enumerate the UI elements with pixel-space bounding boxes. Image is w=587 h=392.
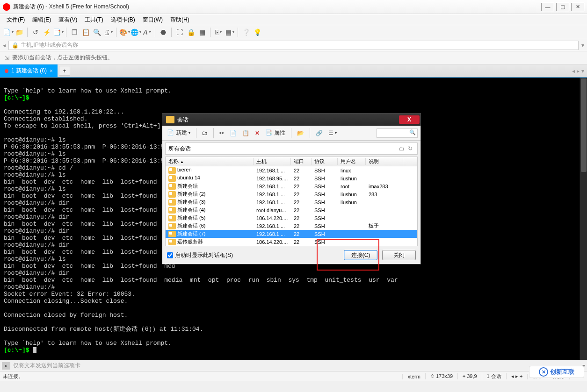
help-icon[interactable]: ❔: [241, 27, 251, 37]
session-props-icon[interactable]: 📑: [53, 27, 63, 37]
fullscreen-icon[interactable]: ⛶: [174, 27, 185, 37]
session-row[interactable]: 新建会话 (7)192.168.1....22SSH: [166, 230, 417, 238]
print-icon[interactable]: 🖨: [103, 27, 113, 37]
disconnect-icon[interactable]: ⚡: [42, 27, 52, 37]
dialog-titlebar[interactable]: 会话 X: [162, 114, 420, 126]
show-on-start-checkbox[interactable]: 启动时显示此对话框(S): [167, 251, 233, 259]
list-header[interactable]: 名称 ▲ 主机 端口 协议 用户名 说明: [166, 157, 417, 166]
session-row[interactable]: 新建会话 (5)106.14.220....22SSH: [166, 214, 417, 222]
menu-view[interactable]: 查看(V): [55, 14, 81, 25]
status-nav2-icon[interactable]: ▸: [515, 373, 518, 379]
tips-icon[interactable]: 💡: [252, 27, 262, 37]
col-name[interactable]: 名称 ▲: [166, 158, 254, 165]
transparent-icon[interactable]: ▦: [197, 27, 207, 37]
session-icon: [168, 223, 176, 229]
dialog-close-button[interactable]: X: [399, 115, 420, 124]
session-row[interactable]: bieren192.168.1....22SSHlinux: [166, 166, 417, 174]
session-row[interactable]: 新建会话 (3)192.168.1....22SSHliushun: [166, 198, 417, 206]
lock-icon[interactable]: 🔒: [186, 27, 196, 37]
tab-menu-icon[interactable]: ▾: [581, 68, 584, 74]
props-icon: 📑: [265, 129, 273, 137]
address-input[interactable]: 🔒 主机,IP地址或会话名称: [8, 41, 579, 50]
cut-icon[interactable]: ✂: [217, 129, 226, 137]
show-on-start-input[interactable]: [167, 252, 173, 258]
new-session-icon[interactable]: 📄: [3, 27, 13, 37]
folder-tree-icon[interactable]: 🗂: [200, 129, 210, 137]
status-nav3-icon[interactable]: +: [520, 373, 522, 379]
menu-edit[interactable]: 编辑(E): [29, 14, 55, 25]
open-icon[interactable]: 📁: [14, 27, 24, 37]
session-icon: [168, 183, 176, 190]
tab-left-icon[interactable]: ◂: [572, 68, 575, 74]
delete-icon[interactable]: ✕: [253, 129, 261, 137]
font-icon[interactable]: A: [142, 27, 152, 37]
session-row[interactable]: 新建会话 (4)root dianyu...22SSH: [166, 206, 417, 214]
session-icon: [168, 175, 176, 182]
session-row[interactable]: ubuntu 14192.168.95....22SSHliushun: [166, 174, 417, 182]
properties-button[interactable]: 📑属性: [263, 128, 287, 138]
transfer-icon[interactable]: ⎘: [213, 27, 224, 37]
session-icon: [168, 231, 176, 237]
sessions-dialog: 会话 X 📄新建▾ 🗂 ✂ 📄 📋 ✕ 📑属性 📂 🔗 ☰▾ 所有会话 🗀 ↻ …: [162, 113, 421, 264]
status-connection: 未连接。: [3, 373, 23, 380]
app-icon: [3, 3, 10, 11]
refresh-icon[interactable]: ↻: [406, 145, 414, 152]
shortcut-icon[interactable]: 🔗: [314, 129, 325, 137]
terminal-scrollbar[interactable]: [580, 78, 587, 360]
browse-icon[interactable]: 🗀: [398, 145, 406, 152]
view-mode-icon[interactable]: ☰▾: [326, 129, 339, 137]
menu-help[interactable]: 帮助(H): [167, 14, 193, 25]
addr-dropdown-icon[interactable]: ▾: [581, 42, 584, 49]
close-button[interactable]: ✕: [571, 3, 584, 11]
script-icon[interactable]: ⬣: [158, 27, 168, 37]
copy-icon[interactable]: 📄: [228, 129, 239, 137]
connect-button[interactable]: 连接(C): [344, 250, 377, 260]
close-button[interactable]: 关闭: [382, 250, 416, 260]
paste-icon[interactable]: 📋: [80, 27, 91, 37]
col-proto[interactable]: 协议: [312, 158, 338, 165]
maximize-button[interactable]: ▢: [556, 3, 569, 11]
status-sessions: 1 会话: [482, 373, 506, 380]
session-row[interactable]: 远传服务器106.14.220....22SSH: [166, 238, 417, 246]
status-bar: 未连接。 xterm ⇳ 173x39 ⌖ 39,9 1 会话 ◂ ▸ + CA…: [0, 371, 587, 381]
new-button[interactable]: 📄新建▾: [165, 128, 192, 138]
copy-icon[interactable]: ❐: [69, 27, 80, 37]
menu-tools[interactable]: 工具(T): [81, 14, 107, 25]
col-desc[interactable]: 说明: [366, 158, 403, 165]
color-scheme-icon[interactable]: 🎨: [119, 27, 130, 37]
menu-window[interactable]: 窗口(W): [139, 14, 167, 25]
open-folder-icon[interactable]: 📂: [295, 129, 306, 137]
dialog-title: 会话: [177, 116, 399, 124]
minimize-button[interactable]: —: [541, 3, 554, 11]
paste-icon[interactable]: 📋: [240, 129, 251, 137]
tab-right-icon[interactable]: ▸: [577, 68, 580, 74]
watermark-logo: ✕ 创新互联: [529, 366, 584, 378]
cmd-target-icon[interactable]: ▸: [2, 362, 10, 370]
command-bar[interactable]: ▸ 仅将文本发送到当前选项卡 ▾: [0, 360, 587, 371]
col-host[interactable]: 主机: [254, 158, 291, 165]
layout-icon[interactable]: ▤: [225, 27, 235, 37]
reconnect-icon[interactable]: ↺: [30, 27, 41, 37]
menu-tabs[interactable]: 选项卡(B): [107, 14, 139, 25]
find-icon[interactable]: 🔍: [92, 27, 102, 37]
addr-arrow-icon[interactable]: ◂: [3, 42, 6, 49]
col-user[interactable]: 用户名: [338, 158, 366, 165]
menu-file[interactable]: 文件(F): [3, 14, 29, 25]
session-row[interactable]: 新建会话 (2)192.168.1....22SSHliushun283: [166, 190, 417, 198]
hint-text: 要添加当前会话，点击左侧的箭头按钮。: [12, 54, 113, 62]
address-placeholder: 主机,IP地址或会话名称: [21, 41, 78, 49]
col-port[interactable]: 端口: [291, 158, 312, 165]
tab-close-icon[interactable]: ×: [50, 68, 53, 74]
tab-session-6[interactable]: 1 新建会话 (6) ×: [0, 64, 58, 77]
status-nav1-icon[interactable]: ◂: [511, 373, 514, 379]
add-tab-button[interactable]: +: [59, 66, 70, 76]
session-row[interactable]: 新建会话 (6)192.168.1....22SSH板子: [166, 222, 417, 230]
tab-status-icon: [5, 69, 8, 73]
address-bar: ◂ 🔒 主机,IP地址或会话名称 ▾: [0, 39, 587, 51]
dialog-toolbar: 📄新建▾ 🗂 ✂ 📄 📋 ✕ 📑属性 📂 🔗 ☰▾: [162, 126, 420, 141]
dialog-path[interactable]: 所有会话 🗀 ↻: [165, 143, 418, 155]
encoding-icon[interactable]: 🌐: [130, 27, 141, 37]
dialog-search-input[interactable]: [377, 128, 418, 138]
session-icon: [168, 191, 176, 198]
session-row[interactable]: 新建会话192.168.1....22SSHrootimax283: [166, 182, 417, 190]
